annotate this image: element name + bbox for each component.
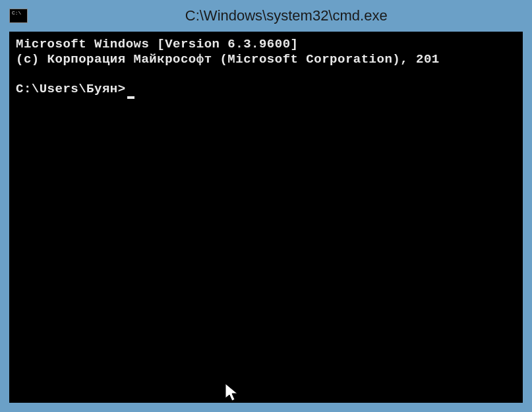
terminal-line-copyright: (c) Корпорация Майкрософт (Microsoft Cor…	[16, 52, 516, 67]
prompt-text: C:\Users\Буян>	[16, 82, 126, 96]
terminal-prompt: C:\Users\Буян>	[16, 82, 516, 97]
text-cursor	[127, 96, 134, 99]
cmd-icon-label: C:\	[12, 11, 21, 16]
terminal-output[interactable]: Microsoft Windows [Version 6.3.9600](c) …	[9, 32, 523, 403]
window-title: C:\Windows\system32\cmd.exe	[185, 7, 388, 24]
terminal-line-version: Microsoft Windows [Version 6.3.9600]	[16, 37, 516, 52]
title-bar[interactable]: C:\ C:\Windows\system32\cmd.exe	[0, 0, 532, 32]
cmd-icon[interactable]: C:\	[9, 9, 28, 23]
cmd-window: C:\ C:\Windows\system32\cmd.exe Microsof…	[0, 0, 532, 412]
